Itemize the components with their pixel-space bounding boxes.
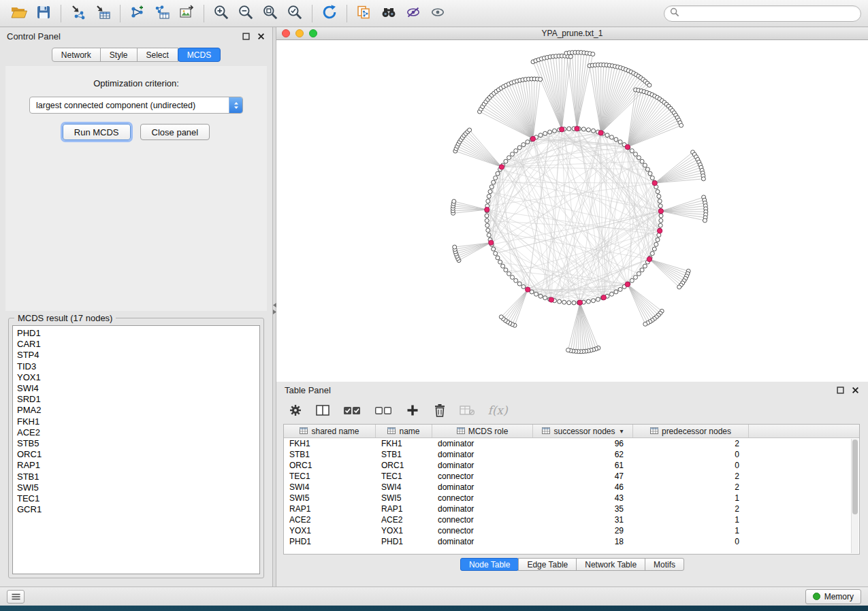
tab-motifs[interactable]: Motifs	[645, 558, 684, 571]
cell-name: ACE2	[376, 514, 432, 525]
zoom-in-button[interactable]	[209, 3, 234, 24]
mcds-result-item[interactable]: SWI4	[13, 383, 259, 394]
column-header-mcds-role[interactable]: MCDS role	[432, 425, 533, 437]
splitter-collapse-arrows[interactable]	[273, 303, 276, 314]
scrollbar-thumb[interactable]	[852, 440, 858, 514]
table-row[interactable]: TEC1TEC1connector472	[284, 471, 859, 482]
run-mcds-button[interactable]: Run MCDS	[63, 124, 131, 140]
network-canvas[interactable]	[276, 40, 868, 382]
show-all-button[interactable]	[425, 3, 450, 24]
tab-node-table[interactable]: Node Table	[460, 558, 519, 571]
table-row[interactable]: SWI5SWI5connector431	[284, 493, 859, 503]
import-table-icon	[95, 5, 111, 22]
mcds-result-item[interactable]: STP4	[13, 350, 259, 361]
cell-name: YOX1	[376, 525, 432, 536]
delete-column-button[interactable]	[432, 402, 448, 418]
global-search[interactable]	[664, 5, 861, 22]
collapse-right-icon	[273, 310, 276, 314]
mcds-result-list[interactable]: PHD1CAR1STP4TID3YOX1SWI4SRD1PMA2FKH1ACE2…	[12, 325, 260, 574]
zoom-out-icon	[238, 4, 254, 23]
table-row[interactable]: SWI4SWI4dominator462	[284, 482, 859, 493]
control-panel-header: Control Panel	[0, 27, 272, 45]
zoom-fit-button[interactable]	[258, 3, 283, 24]
open-file-button[interactable]	[7, 3, 31, 24]
apply-layout-button[interactable]	[317, 3, 342, 24]
mcds-result-item[interactable]: ORC1	[13, 449, 259, 460]
table-settings-button[interactable]	[287, 402, 304, 418]
import-table-button[interactable]	[91, 3, 115, 24]
delete-table-button-disabled	[459, 402, 475, 418]
tab-style[interactable]: Style	[100, 48, 138, 62]
mcds-result-item[interactable]: ACE2	[13, 427, 259, 438]
mcds-result-item[interactable]: FKH1	[13, 416, 259, 427]
mcds-result-item[interactable]: STB5	[13, 438, 259, 449]
cell-role: dominator	[432, 460, 533, 471]
cell-name: TEC1	[376, 471, 432, 482]
table-row[interactable]: ORC1ORC1dominator610	[284, 460, 859, 471]
table-row[interactable]: YOX1YOX1connector291	[284, 525, 859, 536]
table-row[interactable]: FKH1FKH1dominator962	[284, 438, 859, 449]
find-button[interactable]	[376, 3, 401, 24]
float-panel-icon[interactable]	[835, 385, 845, 395]
save-session-button[interactable]	[31, 3, 56, 24]
tab-network[interactable]: Network	[52, 48, 101, 62]
control-panel: Control Panel Network Style Select MCDS …	[0, 27, 272, 587]
tab-mcds[interactable]: MCDS	[178, 48, 221, 62]
criterion-dropdown[interactable]: largest connected component (undirected)	[29, 97, 243, 114]
toolbar-separator	[61, 5, 61, 22]
zoom-selected-button[interactable]	[283, 3, 307, 24]
hide-selected-button[interactable]	[401, 3, 425, 24]
cell-filler	[749, 525, 859, 536]
status-menu-button[interactable]	[7, 590, 25, 604]
column-header-filler	[749, 425, 859, 437]
network-graph[interactable]	[276, 40, 867, 381]
tab-edge-table[interactable]: Edge Table	[518, 558, 577, 571]
table-row[interactable]: STB1STB1dominator620	[284, 449, 859, 460]
memory-status-icon	[813, 593, 820, 600]
optimization-criterion-label: Optimization criterion:	[93, 78, 179, 88]
close-panel-button[interactable]: Close panel	[140, 124, 210, 140]
float-panel-icon[interactable]	[241, 31, 251, 41]
mcds-result-item[interactable]: TEC1	[13, 493, 259, 504]
mcds-result-item[interactable]: YOX1	[13, 372, 259, 383]
network-table-view-button[interactable]	[150, 3, 174, 24]
tab-network-table[interactable]: Network Table	[576, 558, 645, 571]
clone-network-button[interactable]	[352, 3, 376, 24]
export-image-button[interactable]	[174, 3, 199, 24]
column-header-shared-name[interactable]: shared name	[284, 425, 376, 437]
column-header-predecessor-nodes[interactable]: predecessor nodes	[633, 425, 749, 437]
zoom-selected-icon	[287, 4, 303, 23]
column-header-name[interactable]: name	[376, 425, 432, 437]
select-all-button[interactable]	[342, 402, 362, 418]
tab-select[interactable]: Select	[137, 48, 178, 62]
add-column-button[interactable]	[404, 402, 421, 418]
table-row[interactable]: ACE2ACE2connector311	[284, 514, 859, 525]
close-panel-icon[interactable]	[850, 385, 860, 395]
mcds-result-item[interactable]: RAP1	[13, 460, 259, 471]
close-panel-icon[interactable]	[256, 31, 266, 41]
hamburger-icon	[12, 593, 20, 600]
toolbar-separator	[312, 5, 312, 22]
mcds-result-item[interactable]: GCR1	[13, 504, 259, 515]
show-columns-button[interactable]	[315, 402, 331, 418]
mcds-result-item[interactable]: SWI5	[13, 482, 259, 493]
mcds-result-item[interactable]: SRD1	[13, 394, 259, 405]
new-network-button[interactable]	[125, 3, 150, 24]
search-input[interactable]	[684, 7, 855, 19]
mcds-result-item[interactable]: STB1	[13, 472, 259, 482]
column-header-successor-nodes[interactable]: successor nodes ▾	[533, 425, 633, 437]
memory-button[interactable]: Memory	[805, 589, 861, 604]
zoom-out-button[interactable]	[234, 3, 258, 24]
mcds-result-item[interactable]: PHD1	[13, 328, 259, 339]
deselect-all-button[interactable]	[373, 402, 393, 418]
table-row[interactable]: PHD1PHD1dominator180	[284, 536, 859, 547]
table-scrollbar[interactable]	[851, 439, 858, 553]
cell-predecessors: 1	[633, 514, 749, 525]
mcds-result-item[interactable]: TID3	[13, 361, 259, 372]
mcds-result-item[interactable]: PMA2	[13, 405, 259, 416]
table-row[interactable]: RAP1RAP1dominator352	[284, 503, 859, 514]
mcds-result-item[interactable]: CAR1	[13, 339, 259, 350]
cell-role: connector	[432, 493, 533, 503]
cell-filler	[749, 503, 859, 514]
import-network-button[interactable]	[66, 3, 91, 24]
